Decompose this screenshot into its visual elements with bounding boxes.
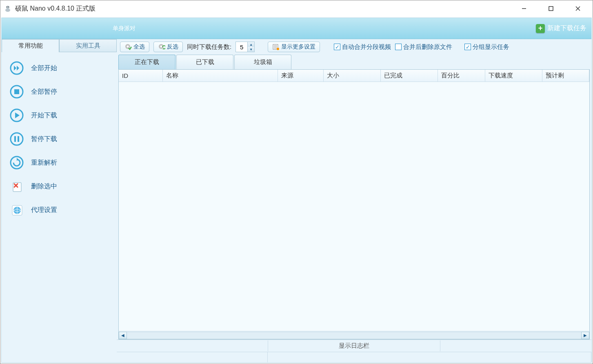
close-button[interactable] xyxy=(571,3,585,14)
app-icon xyxy=(4,4,12,13)
sidebar-item-label: 代理设置 xyxy=(31,206,57,214)
new-task-button[interactable]: + 新建下载任务 xyxy=(536,24,586,33)
sidebar-item-label: 开始下载 xyxy=(31,111,57,120)
concurrent-input[interactable] xyxy=(236,44,247,51)
scroll-right-button[interactable]: ▶ xyxy=(581,332,589,339)
sidebar-item-reparse[interactable]: 重新解析 xyxy=(2,151,117,174)
sidebar-item-label: 删除选中 xyxy=(31,182,57,191)
col-name[interactable]: 名称 xyxy=(163,70,278,82)
table-body xyxy=(119,82,589,331)
delete-after-merge-label: 合并后删除原文件 xyxy=(403,43,452,51)
auto-merge-label: 自动合并分段视频 xyxy=(342,43,391,51)
banner-text: 单身派对 xyxy=(113,25,135,32)
select-all-button[interactable]: 全选 xyxy=(120,42,149,52)
top-banner: 单身派对 + 新建下载任务 xyxy=(2,18,591,39)
pause-icon xyxy=(10,132,24,146)
globe-icon xyxy=(10,203,24,217)
gear-swap-icon xyxy=(158,43,165,51)
fast-forward-icon xyxy=(10,61,24,75)
col-id[interactable]: ID xyxy=(119,70,163,82)
app-window: 硕鼠 Nano v0.4.8.10 正式版 单身派对 + 新建下载任务 常用功能… xyxy=(0,0,593,364)
main-area: 常用功能 实用工具 全部开始 全部暂停 开始下载 xyxy=(2,39,591,362)
tab-downloading[interactable]: 正在下载 xyxy=(118,55,175,69)
sidebar-item-start-all[interactable]: 全部开始 xyxy=(2,56,117,80)
spinner-down[interactable]: ▼ xyxy=(248,47,254,52)
checkbox-checked-icon: ✓ xyxy=(334,44,340,50)
scroll-left-button[interactable]: ◀ xyxy=(119,332,127,339)
select-all-label: 全选 xyxy=(133,43,145,51)
settings-icon xyxy=(272,43,280,51)
col-source[interactable]: 来源 xyxy=(278,70,324,82)
refresh-icon xyxy=(10,156,24,170)
sidebar-item-start-download[interactable]: 开始下载 xyxy=(2,104,117,127)
minimize-button[interactable] xyxy=(517,3,531,14)
concurrent-label: 同时下载任务数: xyxy=(187,43,231,51)
sidebar-item-pause-download[interactable]: 暂停下载 xyxy=(2,127,117,151)
svg-point-24 xyxy=(277,48,279,50)
new-task-label: 新建下载任务 xyxy=(547,24,586,33)
maximize-button[interactable] xyxy=(544,3,558,14)
more-settings-button[interactable]: 显示更多设置 xyxy=(268,42,320,52)
col-completed[interactable]: 已完成 xyxy=(381,70,438,82)
show-log-button[interactable]: 显示日志栏 xyxy=(268,340,440,351)
svg-point-2 xyxy=(7,7,7,7)
sidebar-item-label: 全部开始 xyxy=(31,64,57,73)
delete-after-merge-checkbox[interactable]: 合并后删除原文件 xyxy=(395,43,452,51)
sidebar-item-label: 暂停下载 xyxy=(31,135,57,143)
stop-icon xyxy=(10,85,24,99)
col-percent[interactable]: 百分比 xyxy=(438,70,485,82)
sidebar-item-proxy-settings[interactable]: 代理设置 xyxy=(2,198,117,222)
checkbox-unchecked-icon xyxy=(395,44,402,50)
sidebar-item-delete-selected[interactable]: 删除选中 xyxy=(2,174,117,198)
sidebar-items: 全部开始 全部暂停 开始下载 暂停下载 xyxy=(2,52,117,362)
scroll-track[interactable] xyxy=(127,332,581,339)
toolbar: 全选 反选 同时下载任务数: ▲ ▼ xyxy=(117,39,591,55)
svg-point-22 xyxy=(160,46,162,48)
spinner-up[interactable]: ▲ xyxy=(248,42,254,47)
table-header: ID 名称 来源 大小 已完成 百分比 下载速度 预计剩 xyxy=(119,70,589,82)
more-settings-label: 显示更多设置 xyxy=(281,43,315,51)
sidebar-item-pause-all[interactable]: 全部暂停 xyxy=(2,80,117,104)
sidebar-tab-tools[interactable]: 实用工具 xyxy=(59,39,117,52)
statusbar: 显示日志栏 xyxy=(117,340,591,352)
invert-label: 反选 xyxy=(167,43,178,51)
svg-rect-10 xyxy=(14,89,19,94)
svg-rect-5 xyxy=(549,7,553,11)
svg-point-20 xyxy=(127,46,129,48)
svg-point-1 xyxy=(5,9,10,12)
status-segments xyxy=(117,352,591,362)
auto-merge-checkbox[interactable]: ✓ 自动合并分段视频 xyxy=(334,43,391,51)
sidebar-tab-common[interactable]: 常用功能 xyxy=(2,39,59,52)
sidebar: 常用功能 实用工具 全部开始 全部暂停 开始下载 xyxy=(2,39,117,362)
app-body: 单身派对 + 新建下载任务 常用功能 实用工具 全部开始 xyxy=(1,18,592,363)
svg-rect-13 xyxy=(14,136,16,142)
tab-trash[interactable]: 垃圾箱 xyxy=(234,55,291,69)
download-table: ID 名称 来源 大小 已完成 百分比 下载速度 预计剩 ◀ ▶ xyxy=(118,69,590,340)
delete-icon xyxy=(10,179,24,193)
col-speed[interactable]: 下载速度 xyxy=(485,70,542,82)
checkbox-checked-icon: ✓ xyxy=(464,44,471,50)
sidebar-item-label: 全部暂停 xyxy=(31,88,57,96)
gear-check-icon xyxy=(124,43,132,51)
sidebar-tabs: 常用功能 实用工具 xyxy=(2,39,117,52)
plus-icon: + xyxy=(536,24,545,33)
invert-selection-button[interactable]: 反选 xyxy=(153,42,183,52)
svg-rect-14 xyxy=(18,136,19,142)
content-tabs: 正在下载 已下载 垃圾箱 xyxy=(117,55,591,69)
tab-downloaded[interactable]: 已下载 xyxy=(176,55,233,69)
svg-point-3 xyxy=(8,7,9,7)
col-size[interactable]: 大小 xyxy=(324,70,381,82)
concurrent-spinner[interactable]: ▲ ▼ xyxy=(235,42,255,52)
horizontal-scrollbar[interactable]: ◀ ▶ xyxy=(119,331,589,339)
window-controls xyxy=(517,3,585,14)
svg-point-12 xyxy=(11,133,23,145)
svg-point-0 xyxy=(6,6,9,9)
titlebar: 硕鼠 Nano v0.4.8.10 正式版 xyxy=(0,0,593,17)
content-area: 全选 反选 同时下载任务数: ▲ ▼ xyxy=(117,39,591,362)
group-display-label: 分组显示任务 xyxy=(473,43,509,51)
play-icon xyxy=(10,108,24,122)
col-eta[interactable]: 预计剩 xyxy=(542,70,589,82)
sidebar-item-label: 重新解析 xyxy=(31,159,57,167)
group-display-checkbox[interactable]: ✓ 分组显示任务 xyxy=(464,43,509,51)
window-title: 硕鼠 Nano v0.4.8.10 正式版 xyxy=(15,4,517,13)
